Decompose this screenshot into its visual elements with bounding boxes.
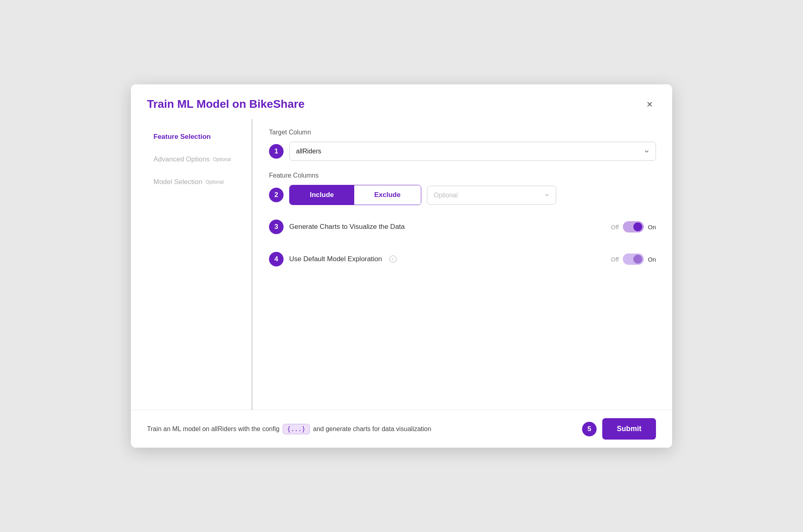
include-exclude-toggle: Include Exclude bbox=[289, 185, 421, 205]
step2-row: 2 Include Exclude Optional bbox=[269, 185, 656, 205]
step4-label: Use Default Model Exploration bbox=[289, 255, 382, 263]
close-button[interactable]: × bbox=[643, 97, 656, 111]
modal-footer: Train an ML model on allRiders with the … bbox=[131, 410, 672, 448]
step4-row: 4 Use Default Model Exploration i Off On bbox=[269, 249, 656, 270]
footer-text-suffix: and generate charts for data visualizati… bbox=[313, 425, 431, 433]
feature-columns-section: Feature Columns 2 Include Exclude Option… bbox=[269, 172, 656, 205]
feature-columns-optional-dropdown[interactable]: Optional bbox=[427, 186, 556, 205]
step3-label: Generate Charts to Visualize the Data bbox=[289, 223, 405, 231]
modal-title: Train ML Model on BikeShare bbox=[147, 98, 305, 111]
modal-body: Feature Selection Advanced Options Optio… bbox=[131, 119, 672, 410]
submit-button[interactable]: Submit bbox=[602, 418, 656, 440]
step3-toggle[interactable] bbox=[623, 221, 644, 232]
sidebar-item-model-selection[interactable]: Model Selection Optional bbox=[147, 172, 251, 192]
step4-off-label: Off bbox=[611, 256, 619, 263]
target-column-section: Target Column 1 allRiders bbox=[269, 129, 656, 161]
footer-text-prefix: Train an ML model on allRiders with the … bbox=[147, 425, 280, 433]
model-selection-optional: Optional bbox=[206, 179, 224, 185]
step3-badge: 3 bbox=[269, 220, 284, 234]
target-column-dropdown[interactable]: allRiders bbox=[289, 142, 656, 161]
modal-container: Train ML Model on BikeShare × Feature Se… bbox=[131, 84, 672, 448]
step3-right: Off On bbox=[611, 221, 656, 232]
main-content: Target Column 1 allRiders Feature Column… bbox=[253, 119, 672, 410]
step3-row: 3 Generate Charts to Visualize the Data … bbox=[269, 216, 656, 237]
step4-left: 4 Use Default Model Exploration i bbox=[269, 252, 397, 266]
sidebar-label-feature-selection: Feature Selection bbox=[153, 133, 211, 141]
step3-on-label: On bbox=[648, 224, 656, 230]
target-column-label: Target Column bbox=[269, 129, 656, 136]
step5-badge: 5 bbox=[582, 422, 597, 436]
sidebar-label-model-selection: Model Selection bbox=[153, 178, 202, 186]
sidebar-label-advanced-options: Advanced Options bbox=[153, 155, 210, 163]
advanced-options-optional: Optional bbox=[213, 157, 231, 162]
feature-columns-label: Feature Columns bbox=[269, 172, 656, 179]
step4-right: Off On bbox=[611, 253, 656, 265]
footer-description: Train an ML model on allRiders with the … bbox=[147, 424, 431, 434]
step3-slider[interactable] bbox=[623, 221, 644, 232]
step4-toggle[interactable] bbox=[623, 253, 644, 265]
step1-badge: 1 bbox=[269, 144, 284, 159]
step3-left: 3 Generate Charts to Visualize the Data bbox=[269, 220, 405, 234]
step4-badge: 4 bbox=[269, 252, 284, 266]
sidebar: Feature Selection Advanced Options Optio… bbox=[131, 119, 252, 410]
modal-header: Train ML Model on BikeShare × bbox=[131, 84, 672, 119]
step1-row: 1 allRiders bbox=[269, 142, 656, 161]
sidebar-item-advanced-options[interactable]: Advanced Options Optional bbox=[147, 150, 251, 169]
step4-slider[interactable] bbox=[623, 253, 644, 265]
config-badge: {...} bbox=[283, 424, 310, 434]
exclude-button[interactable]: Exclude bbox=[354, 185, 421, 205]
include-button[interactable]: Include bbox=[290, 185, 354, 205]
step4-on-label: On bbox=[648, 256, 656, 263]
step3-off-label: Off bbox=[611, 224, 619, 230]
info-icon[interactable]: i bbox=[389, 256, 397, 263]
footer-actions: 5 Submit bbox=[582, 418, 656, 440]
step2-badge: 2 bbox=[269, 188, 284, 202]
sidebar-item-feature-selection[interactable]: Feature Selection bbox=[147, 127, 251, 147]
